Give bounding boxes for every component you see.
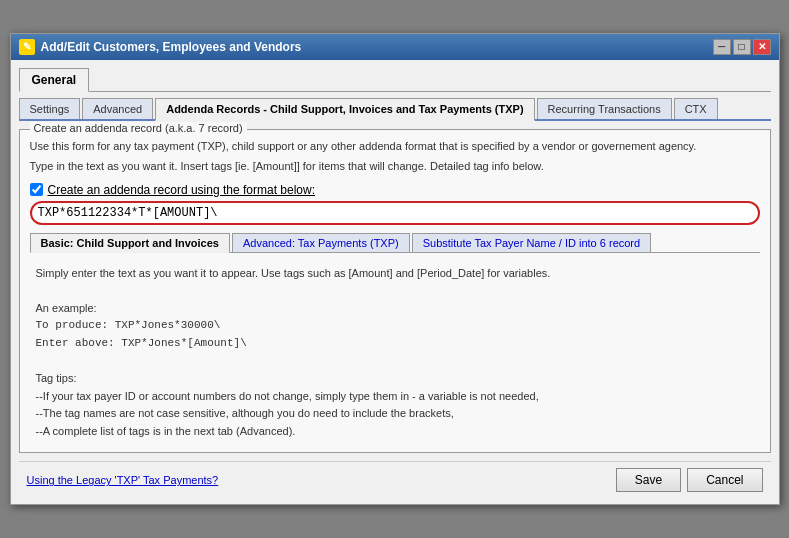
window-icon: ✎ [19, 39, 35, 55]
title-bar: ✎ Add/Edit Customers, Employees and Vend… [11, 34, 779, 60]
tip2: --The tag names are not case sensitive, … [36, 405, 754, 423]
create-addenda-checkbox[interactable] [30, 183, 43, 196]
tab-ctx[interactable]: CTX [674, 98, 718, 119]
format-input[interactable] [30, 201, 760, 225]
main-tab-bar: Settings Advanced Addenda Records - Chil… [19, 98, 771, 121]
tip1: --If your tax payer ID or account number… [36, 388, 754, 406]
tab-recurring[interactable]: Recurring Transactions [537, 98, 672, 119]
tab-general[interactable]: General [19, 68, 90, 92]
tip3: --A complete list of tags is in the next… [36, 423, 754, 441]
footer-buttons: Save Cancel [616, 468, 763, 492]
sub-tab-advanced-txp[interactable]: Advanced: Tax Payments (TXP) [232, 233, 410, 252]
cancel-button[interactable]: Cancel [687, 468, 762, 492]
tab-addenda[interactable]: Addenda Records - Child Support, Invoice… [155, 98, 534, 121]
sub-tab-basic[interactable]: Basic: Child Support and Invoices [30, 233, 230, 253]
window-title: Add/Edit Customers, Employees and Vendor… [41, 40, 302, 54]
title-controls: ─ □ ✕ [713, 39, 771, 55]
sub-tab-bar: Basic: Child Support and Invoices Advanc… [30, 233, 760, 253]
addenda-group: Create an addenda record (a.k.a. 7 recor… [19, 129, 771, 454]
footer: Using the Legacy 'TXP' Tax Payments? Sav… [19, 461, 771, 496]
checkbox-label: Create an addenda record using the forma… [48, 183, 316, 197]
top-tab-bar: General [19, 68, 771, 92]
desc-line-1: Use this form for any tax payment (TXP),… [30, 138, 760, 155]
title-bar-left: ✎ Add/Edit Customers, Employees and Vend… [19, 39, 302, 55]
save-button[interactable]: Save [616, 468, 681, 492]
example-enter: Enter above: TXP*Jones*[Amount]\ [36, 335, 754, 353]
example-produce: To produce: TXP*Jones*30000\ [36, 317, 754, 335]
legacy-link[interactable]: Using the Legacy 'TXP' Tax Payments? [27, 474, 219, 486]
tips-header: Tag tips: [36, 370, 754, 388]
tab-settings[interactable]: Settings [19, 98, 81, 119]
group-legend: Create an addenda record (a.k.a. 7 recor… [30, 122, 247, 134]
main-window: ✎ Add/Edit Customers, Employees and Vend… [10, 33, 780, 506]
sub-tab-substitute[interactable]: Substitute Tax Payer Name / ID into 6 re… [412, 233, 651, 252]
basic-content-area: Simply enter the text as you want it to … [30, 261, 760, 445]
basic-line1: Simply enter the text as you want it to … [36, 265, 754, 283]
create-addenda-checkbox-row: Create an addenda record using the forma… [30, 183, 760, 197]
close-button[interactable]: ✕ [753, 39, 771, 55]
minimize-button[interactable]: ─ [713, 39, 731, 55]
tab-advanced[interactable]: Advanced [82, 98, 153, 119]
restore-button[interactable]: □ [733, 39, 751, 55]
desc-line-2: Type in the text as you want it. Insert … [30, 158, 760, 175]
window-body: General Settings Advanced Addenda Record… [11, 60, 779, 505]
format-input-wrap [30, 201, 760, 225]
example-header: An example: [36, 300, 754, 318]
